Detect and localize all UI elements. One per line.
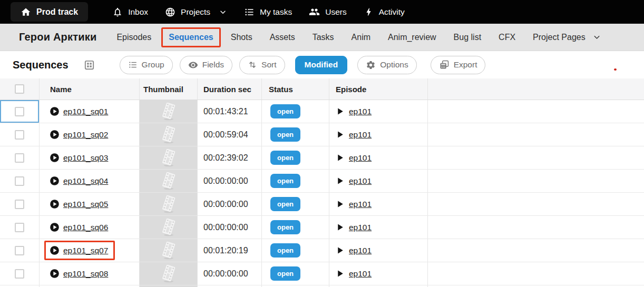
episode-link[interactable]: ep101 (349, 200, 372, 209)
status-badge[interactable]: open (270, 220, 300, 234)
sequences-table: Name Thumbnail Duration sec Status Episo… (0, 78, 644, 287)
nav-my-tasks[interactable]: My tasks (244, 7, 292, 17)
sequence-link[interactable]: ep101_sq08 (63, 269, 108, 279)
play-triangle-icon[interactable] (336, 269, 345, 278)
episode-link[interactable]: ep101 (349, 223, 372, 232)
row-checkbox[interactable] (15, 130, 24, 140)
sort-button[interactable]: Sort (239, 56, 285, 74)
column-header-status[interactable]: Status (262, 78, 329, 100)
grid-view-toggle[interactable] (83, 59, 95, 71)
thumbnail-cell[interactable] (140, 170, 198, 192)
sequence-link[interactable]: ep101_sq03 (63, 153, 108, 163)
table-row[interactable]: ep101_sq01 00:01:43:21 (0, 100, 644, 123)
sequence-link[interactable]: ep101_sq02 (63, 130, 108, 140)
episode-link[interactable]: ep101 (349, 176, 372, 186)
play-triangle-icon[interactable] (336, 176, 345, 185)
thumbnail-cell[interactable] (140, 100, 198, 123)
sequence-link[interactable]: ep101_sq04 (63, 176, 108, 186)
table-row[interactable]: ep101_sq07 00:01:20:19 (0, 239, 644, 262)
prod-track-home-button[interactable]: Prod track (11, 2, 88, 22)
play-circle-icon[interactable] (50, 153, 60, 163)
tab-tasks[interactable]: Tasks (313, 33, 334, 42)
row-checkbox[interactable] (15, 176, 24, 186)
thumbnail-cell[interactable] (140, 262, 198, 285)
tab-episodes[interactable]: Episodes (116, 33, 151, 42)
fields-button[interactable]: Fields (180, 56, 232, 74)
play-circle-icon[interactable] (50, 130, 60, 140)
tab-project-pages[interactable]: Project Pages (533, 33, 601, 42)
play-triangle-icon[interactable] (336, 107, 345, 116)
play-circle-icon[interactable] (50, 222, 60, 232)
play-triangle-icon[interactable] (336, 130, 345, 139)
tab-cfx[interactable]: CFX (499, 33, 515, 42)
row-checkbox[interactable] (15, 269, 24, 279)
play-circle-icon[interactable] (50, 245, 60, 255)
play-circle-icon[interactable] (50, 176, 60, 186)
row-checkbox[interactable] (15, 223, 24, 232)
column-header-duration[interactable]: Duration sec (198, 78, 262, 100)
play-circle-icon[interactable] (50, 199, 60, 209)
column-header-episode[interactable]: Episode (329, 78, 428, 100)
sequence-link[interactable]: ep101_sq05 (63, 200, 108, 209)
options-button[interactable]: Options (357, 56, 416, 74)
status-badge[interactable]: open (270, 104, 300, 118)
episode-link[interactable]: ep101 (349, 246, 372, 255)
group-list-icon (128, 60, 138, 70)
table-row[interactable]: ep101_sq02 00:00:59:04 (0, 123, 644, 146)
row-checkbox[interactable] (15, 200, 24, 209)
sequence-link[interactable]: ep101_sq01 (63, 107, 108, 116)
episode-cell: ep101 (329, 100, 428, 123)
table-row[interactable]: ep101_sq03 00:02:39:02 (0, 146, 644, 170)
tab-anim[interactable]: Anim (352, 33, 370, 42)
thumbnail-cell[interactable] (140, 239, 198, 262)
nav-projects[interactable]: Projects (165, 7, 227, 17)
modified-button[interactable]: Modified (295, 56, 348, 74)
play-circle-icon[interactable] (50, 106, 60, 116)
row-checkbox-cell (0, 193, 40, 215)
status-cell: open (262, 146, 329, 169)
episode-link[interactable]: ep101 (349, 269, 372, 279)
sequence-link[interactable]: ep101_sq07 (63, 246, 108, 255)
nav-projects-label: Projects (181, 7, 210, 17)
thumbnail-cell[interactable] (140, 146, 198, 169)
tab-shots[interactable]: Shots (231, 33, 252, 42)
play-triangle-icon[interactable] (336, 246, 345, 255)
nav-users[interactable]: Users (309, 6, 346, 17)
table-row[interactable]: ep101_sq06 00:00:00:00 (0, 216, 644, 239)
status-badge[interactable]: open (270, 266, 300, 281)
sequence-link[interactable]: ep101_sq06 (63, 223, 108, 232)
status-badge[interactable]: open (270, 243, 300, 258)
status-badge[interactable]: open (270, 174, 300, 188)
nav-inbox[interactable]: Inbox (112, 7, 148, 17)
tab-sequences[interactable]: Sequences (161, 27, 220, 47)
export-button[interactable]: Export (431, 56, 486, 74)
column-header-name[interactable]: Name (40, 78, 140, 100)
tab-assets[interactable]: Assets (270, 33, 295, 42)
group-button[interactable]: Group (120, 56, 173, 74)
tab-anim-review[interactable]: Anim_review (388, 33, 436, 42)
episode-link[interactable]: ep101 (349, 130, 372, 140)
status-badge[interactable]: open (270, 197, 300, 211)
table-row[interactable]: ep101_sq05 00:00:00:00 (0, 193, 644, 216)
play-triangle-icon[interactable] (336, 153, 345, 162)
row-checkbox[interactable] (15, 107, 24, 116)
row-checkbox[interactable] (15, 153, 24, 163)
play-triangle-icon[interactable] (336, 200, 345, 209)
episode-link[interactable]: ep101 (349, 153, 372, 163)
column-header-thumbnail[interactable]: Thumbnail (140, 78, 198, 100)
thumbnail-cell[interactable] (140, 123, 198, 146)
select-all-checkbox[interactable] (15, 84, 24, 94)
tab-bug-list[interactable]: Bug list (454, 33, 481, 42)
play-circle-icon[interactable] (50, 269, 60, 279)
episode-link[interactable]: ep101 (349, 107, 372, 116)
status-badge[interactable]: open (270, 127, 300, 142)
table-row[interactable]: ep101_sq04 00:00:00:00 (0, 170, 644, 193)
row-checkbox[interactable] (15, 246, 24, 255)
nav-activity[interactable]: Activity (364, 7, 405, 17)
status-badge[interactable]: open (270, 151, 300, 165)
thumbnail-cell[interactable] (140, 193, 198, 215)
play-triangle-icon[interactable] (336, 223, 345, 232)
duration-cell: 00:02:39:02 (198, 146, 262, 169)
thumbnail-cell[interactable] (140, 216, 198, 239)
table-row[interactable]: ep101_sq08 00:00:00:00 (0, 262, 644, 285)
